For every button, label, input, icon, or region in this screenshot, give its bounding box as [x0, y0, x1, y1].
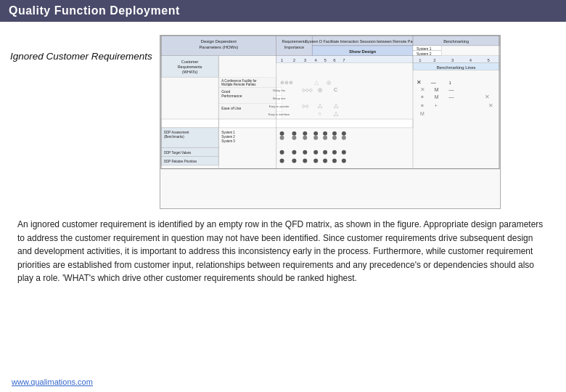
svg-text:System 2: System 2: [417, 52, 432, 56]
description-body: An ignored customer requirement is ident…: [17, 219, 543, 283]
ignored-label-wrap: Ignored Customer Requirements: [10, 29, 152, 209]
svg-point-95: [303, 136, 307, 140]
svg-text:○: ○: [318, 110, 321, 117]
svg-point-105: [313, 150, 318, 155]
svg-text:System 3: System 3: [221, 139, 235, 143]
svg-point-116: [332, 159, 337, 163]
svg-text:◇◇: ◇◇: [302, 103, 309, 108]
svg-text:Show Design: Show Design: [349, 49, 377, 54]
svg-point-88: [303, 131, 307, 136]
svg-text:Customer: Customer: [181, 60, 199, 64]
svg-text:✕: ✕: [488, 102, 493, 109]
svg-text:—: —: [448, 87, 454, 92]
svg-text:M: M: [420, 111, 424, 116]
svg-point-89: [313, 131, 318, 136]
svg-point-87: [292, 131, 296, 136]
svg-text:Requirements: Requirements: [178, 65, 202, 69]
svg-point-93: [279, 136, 284, 140]
svg-text:7: 7: [343, 58, 345, 62]
svg-text:Easy to interface: Easy to interface: [268, 113, 290, 116]
svg-point-115: [323, 159, 327, 163]
svg-text:Design Dependent: Design Dependent: [201, 39, 237, 44]
svg-point-108: [342, 150, 346, 155]
svg-point-86: [279, 131, 284, 136]
svg-rect-63: [218, 103, 276, 119]
svg-point-106: [323, 150, 327, 155]
svg-point-90: [323, 131, 327, 136]
svg-text:Benchmarking Lines: Benchmarking Lines: [436, 65, 475, 70]
svg-text:M: M: [435, 87, 439, 92]
svg-text:C: C: [334, 87, 337, 92]
svg-text:DDP Target Values: DDP Target Values: [164, 151, 192, 155]
svg-point-111: [279, 159, 284, 163]
svg-text:Requirements: Requirements: [282, 39, 306, 44]
svg-text:Delay hrs: Delay hrs: [273, 89, 285, 92]
qfd-matrix: Design Dependent Parameters (HOWs) Requi…: [160, 35, 501, 209]
svg-text:System D Facilitate Interactio: System D Facilitate Interaction Sesssion…: [305, 39, 420, 44]
svg-text:✕: ✕: [417, 79, 422, 86]
svg-rect-78: [218, 119, 413, 128]
page-layout: Quality Function Deployment Ignored Cust…: [0, 0, 566, 392]
svg-text:Multiple Remote Parties: Multiple Remote Parties: [221, 83, 256, 86]
svg-text:Good: Good: [221, 90, 230, 94]
svg-text:(Benchmarks): (Benchmarks): [164, 135, 184, 139]
svg-text:Easy to operate: Easy to operate: [269, 105, 290, 108]
svg-point-104: [303, 150, 307, 155]
svg-text:⊕⊕⊕: ⊕⊕⊕: [279, 80, 292, 85]
website-url[interactable]: www.qualimations.com: [12, 377, 93, 386]
svg-point-91: [332, 131, 337, 136]
svg-point-114: [313, 159, 318, 163]
svg-text:Performance: Performance: [221, 94, 242, 98]
svg-text:—: —: [448, 94, 454, 99]
svg-text:△: △: [314, 79, 319, 86]
svg-text:System 2: System 2: [221, 135, 235, 139]
svg-text:△: △: [318, 102, 323, 109]
footer-link[interactable]: www.qualimations.com: [12, 377, 93, 386]
description-text: An ignored customer requirement is ident…: [0, 209, 566, 291]
svg-point-107: [332, 150, 337, 155]
svg-text:+: +: [435, 103, 438, 108]
svg-text:—: —: [431, 80, 436, 85]
svg-text:△: △: [334, 102, 339, 109]
svg-rect-79: [161, 119, 218, 128]
svg-point-112: [292, 159, 296, 163]
svg-point-98: [332, 136, 337, 140]
svg-text:2: 2: [293, 58, 295, 62]
svg-point-103: [292, 150, 296, 155]
svg-text:✶: ✶: [420, 103, 424, 108]
svg-text:Benchmarking: Benchmarking: [443, 39, 469, 44]
svg-text:2: 2: [433, 58, 435, 62]
svg-text:Parameters (HOWs): Parameters (HOWs): [199, 45, 238, 49]
page-header: Quality Function Deployment: [0, 0, 566, 22]
svg-point-94: [292, 136, 296, 140]
svg-text:Importance: Importance: [284, 45, 304, 49]
svg-text:DDP Assessment: DDP Assessment: [164, 131, 189, 134]
page-title: Quality Function Deployment: [9, 4, 180, 17]
svg-point-92: [342, 131, 346, 136]
svg-point-102: [279, 150, 284, 155]
svg-rect-25: [413, 56, 499, 63]
svg-point-99: [342, 136, 346, 140]
svg-point-97: [323, 136, 327, 140]
svg-text:Ease of Use: Ease of Use: [221, 107, 241, 110]
svg-text:System 1: System 1: [417, 47, 432, 51]
svg-point-113: [303, 159, 307, 163]
svg-text:DDP Relative Priorities: DDP Relative Priorities: [164, 160, 197, 163]
svg-text:Setup min: Setup min: [273, 97, 286, 100]
svg-point-117: [342, 159, 346, 163]
svg-text:✶: ✶: [420, 94, 424, 99]
svg-text:◎: ◎: [327, 80, 331, 85]
ignored-label: Ignored Customer Requirements: [10, 51, 152, 62]
svg-text:(WHATs): (WHATs): [182, 70, 198, 74]
svg-text:◇◇◇: ◇◇◇: [302, 87, 313, 92]
svg-text:M: M: [435, 94, 439, 99]
svg-text:✕: ✕: [420, 86, 425, 93]
svg-text:System 1: System 1: [221, 131, 235, 134]
svg-text:△: △: [334, 110, 339, 117]
svg-text:◎: ◎: [318, 87, 322, 92]
matrix-svg: Design Dependent Parameters (HOWs) Requi…: [160, 36, 500, 208]
svg-point-96: [313, 136, 318, 140]
top-section: Ignored Customer Requirements Design Dep…: [0, 22, 566, 209]
svg-text:✕: ✕: [485, 94, 490, 100]
